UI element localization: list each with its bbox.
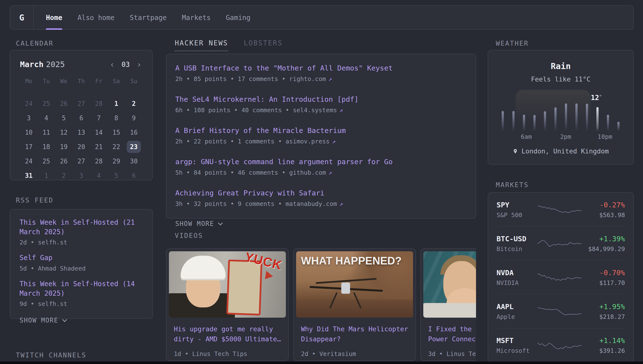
thumb-red-arrow (261, 271, 273, 282)
external-link-icon[interactable]: ↗ (332, 138, 336, 145)
market-ticker[interactable]: AAPL (496, 302, 537, 311)
calendar-day[interactable]: 25 (38, 96, 55, 111)
calendar-controls: ‹ 03 › (109, 60, 143, 68)
calendar-day[interactable]: 26 (55, 154, 73, 168)
calendar-day[interactable]: 28 (90, 154, 108, 168)
calendar-day[interactable]: 29 (108, 154, 125, 168)
calendar-day[interactable]: 1 (38, 168, 55, 183)
market-row[interactable]: SPY S&P 500 -0.27% $563.98 (496, 193, 625, 227)
hn-item-title[interactable]: A Brief History of the Miracle Bacterium (175, 126, 346, 135)
calendar-day[interactable]: 16 (125, 125, 143, 140)
video-title-line[interactable]: dirty - AMD $5000 Ultimate… (174, 334, 281, 344)
calendar-day[interactable]: 23 (125, 140, 143, 154)
market-symbol-block: SPY S&P 500 (496, 201, 537, 218)
calendar-day[interactable]: 17 (20, 140, 38, 154)
calendar-day[interactable]: 11 (38, 125, 55, 140)
calendar-weekday: Mo (20, 78, 38, 88)
market-price: $563.98 (581, 212, 625, 218)
feed-tab[interactable]: LOBSTERS (244, 39, 282, 51)
video-title-line[interactable]: Why Did The Mars Helicopter (301, 324, 408, 334)
calendar-day[interactable]: 5 (108, 168, 125, 183)
video-title-line[interactable]: Power Connect (428, 334, 476, 344)
market-name: S&P 500 (496, 212, 537, 218)
calendar-day[interactable]: 6 (73, 111, 90, 125)
market-row[interactable]: MSFT Microsoft +1.14% $391.26 (496, 328, 625, 362)
calendar-day[interactable]: 19 (55, 140, 73, 154)
calendar-day[interactable]: 24 (20, 154, 38, 168)
hn-item-title[interactable]: A USB Interface to the "Mother of All De… (175, 64, 393, 72)
video-title-line[interactable]: His upgrade got me really (174, 324, 281, 334)
hn-item-title[interactable]: argp: GNU-style command line argument pa… (175, 158, 393, 166)
videos-row: YUCK His upgrade got me really dirty - A… (166, 248, 476, 361)
calendar-day[interactable]: 21 (90, 140, 108, 154)
feed-tab[interactable]: HACKER NEWS (175, 39, 228, 51)
calendar-day[interactable]: 30 (125, 154, 143, 168)
calendar-day[interactable]: 2 (55, 168, 73, 183)
calendar-day[interactable]: 8 (108, 111, 125, 125)
calendar-day[interactable]: 24 (20, 96, 38, 111)
market-row[interactable]: BTC-USD Bitcoin +1.39% $84,999.29 (496, 227, 625, 260)
market-ticker[interactable]: SPY (496, 201, 537, 209)
calendar-weekday: Fr (90, 78, 108, 88)
calendar-prev-icon[interactable]: ‹ (109, 60, 116, 68)
calendar-next-icon[interactable]: › (136, 60, 143, 68)
calendar-day[interactable]: 22 (108, 140, 125, 154)
calendar-day[interactable]: 2 (125, 96, 143, 111)
video-title-line[interactable]: I Fixed the 5 (428, 324, 476, 334)
market-change: +1.95% (581, 302, 625, 311)
market-row[interactable]: NVDA NVIDIA -0.70% $117.70 (496, 260, 625, 294)
video-card[interactable]: WHAT HAPPENED? Why Did The Mars Helicopt… (293, 248, 416, 361)
hn-show-more-button[interactable]: SHOW MORE (175, 220, 467, 228)
video-card[interactable]: YUCK His upgrade got me really dirty - A… (166, 248, 289, 361)
calendar-day[interactable]: 3 (73, 168, 90, 183)
calendar-day[interactable]: 31 (20, 168, 38, 183)
weather-bar (544, 111, 546, 131)
calendar-day[interactable]: 4 (38, 111, 55, 125)
external-link-icon[interactable]: ↗ (328, 76, 332, 82)
weather-bar (565, 104, 567, 131)
calendar-day[interactable]: 12 (55, 125, 73, 140)
video-thumbnail[interactable]: WHAT HAPPENED? (296, 251, 413, 318)
hn-item-title[interactable]: The SeL4 Microkernel: An Introduction [p… (175, 95, 359, 104)
rss-item-title[interactable]: This Week in Self-Hosted (14 March 2025) (20, 279, 143, 298)
rss-item-title[interactable]: Self Gap (20, 253, 143, 263)
external-link-icon[interactable]: ↗ (328, 169, 332, 176)
calendar-day[interactable]: 1 (108, 96, 125, 111)
calendar-day[interactable]: 4 (90, 168, 108, 183)
calendar-day[interactable]: 27 (73, 96, 90, 111)
weather-feels-like: Feels like 11°C (498, 76, 623, 83)
calendar-day[interactable]: 26 (55, 96, 73, 111)
calendar-day[interactable]: 3 (20, 111, 38, 125)
external-link-icon[interactable]: ↗ (339, 200, 343, 207)
sparkline-chart (537, 202, 581, 218)
calendar-day[interactable]: 14 (90, 125, 108, 140)
market-ticker[interactable]: MSFT (496, 336, 537, 345)
video-thumbnail[interactable]: DO TH T (423, 251, 476, 318)
rss-item: Self Gap 5d • Ahmad Shadeed (20, 253, 143, 272)
calendar-day[interactable]: 18 (38, 140, 55, 154)
calendar-day[interactable]: 5 (55, 111, 73, 125)
rss-show-more-button[interactable]: SHOW MORE (20, 317, 143, 324)
calendar-day[interactable]: 10 (20, 125, 38, 140)
external-link-icon[interactable]: ↗ (339, 106, 343, 114)
video-card[interactable]: DO TH T I Fixed the 5 Power Connect 3d •… (420, 248, 476, 361)
calendar-day[interactable]: 20 (73, 140, 90, 154)
hn-item-title[interactable]: Achieving Great Privacy with Safari (175, 189, 324, 197)
calendar-day[interactable]: 9 (125, 111, 143, 125)
video-thumbnail[interactable]: YUCK (169, 251, 286, 318)
calendar-day[interactable]: 7 (90, 111, 108, 125)
market-ticker[interactable]: NVDA (496, 268, 537, 277)
calendar-day[interactable]: 13 (73, 125, 90, 140)
hn-item: A Brief History of the Miracle Bacterium… (175, 126, 467, 145)
rss-item-title[interactable]: This Week in Self-Hosted (21 March 2025) (20, 218, 143, 237)
market-ticker[interactable]: BTC-USD (496, 235, 537, 243)
calendar-day[interactable]: 27 (73, 154, 90, 168)
calendar-day[interactable]: 6 (125, 168, 143, 183)
calendar-day[interactable]: 25 (38, 154, 55, 168)
weather-heading: WEATHER (496, 40, 529, 47)
calendar-month-number[interactable]: 03 (122, 60, 130, 68)
calendar-day[interactable]: 28 (90, 96, 108, 111)
calendar-day[interactable]: 15 (108, 125, 125, 140)
video-title-line[interactable]: Disappear? (301, 334, 408, 344)
market-row[interactable]: AAPL Apple +1.95% $218.27 (496, 294, 625, 328)
